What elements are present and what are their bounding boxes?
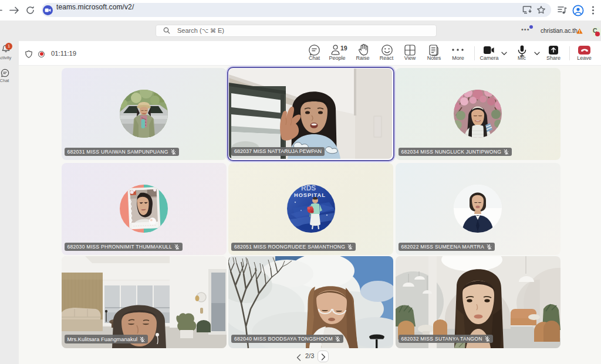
svg-text:HOSPITAL: HOSPITAL [294,192,326,198]
svg-text:RDS: RDS [301,185,316,192]
